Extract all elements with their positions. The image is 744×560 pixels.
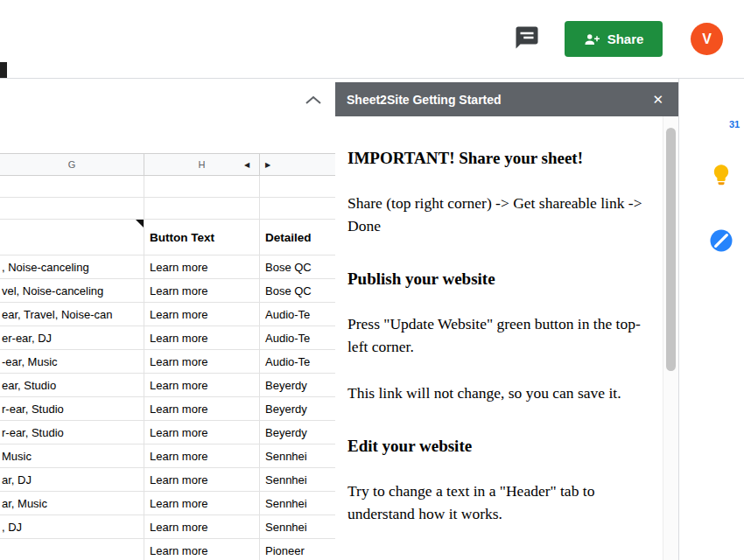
table-row: r-ear, Studio Learn more Beyerdy	[0, 397, 335, 421]
sidebar-panel: Sheet2Site Getting Started ✕ IMPORTANT! …	[335, 82, 678, 560]
panel-close-button[interactable]: ✕	[649, 90, 667, 109]
table-row: Learn more Pioneer	[0, 539, 335, 560]
cell-name-tags[interactable]: vel, Noise-canceling	[0, 279, 144, 302]
table-row: vel, Noise-canceling Learn more Bose QC	[0, 279, 335, 303]
table-row: , Noise-canceling Learn more Bose QC	[0, 256, 335, 279]
panel-heading: Edit your website	[347, 436, 651, 456]
table-row: -ear, Music Learn more Audio-Te	[0, 350, 335, 374]
cell-name-tags[interactable]: ear, Travel, Noise-can	[0, 303, 144, 326]
cell-button-text[interactable]: Learn more	[144, 444, 260, 467]
panel-paragraph: This link will not change, so you can sa…	[347, 382, 651, 404]
cell-name-tags[interactable]: r-ear, Studio	[0, 397, 144, 420]
comment-history-button[interactable]	[514, 24, 540, 51]
cell-button-text[interactable]: Learn more	[144, 374, 260, 396]
cell-button-text[interactable]: Learn more	[144, 326, 260, 349]
empty-cell[interactable]	[0, 176, 144, 197]
table-row: er-ear, DJ Learn more Audio-Te	[0, 326, 335, 350]
calendar-icon[interactable]: 31	[708, 98, 734, 124]
cell-button-text[interactable]: Learn more	[144, 468, 260, 491]
workspace-side-rail: 31	[678, 79, 744, 560]
cell-detailed[interactable]: Audio-Te	[260, 350, 335, 373]
cell-name-tags[interactable]: er-ear, DJ	[0, 326, 144, 349]
empty-cell[interactable]	[144, 198, 260, 219]
panel-titlebar: Sheet2Site Getting Started ✕	[335, 82, 678, 116]
table-row: ear, Studio Learn more Beyerdy	[0, 374, 335, 397]
cell-button-text[interactable]: Learn more	[144, 492, 260, 514]
cell-detailed[interactable]: Audio-Te	[260, 326, 335, 349]
cell-detailed[interactable]: Sennhei	[260, 468, 335, 491]
column-header-g[interactable]: G	[0, 154, 144, 175]
cell-detailed[interactable]: Sennhei	[260, 492, 335, 514]
field-header-row: Button Text Detailed	[0, 220, 335, 256]
empty-cell[interactable]	[260, 198, 335, 219]
cell-button-text[interactable]: Learn more	[144, 397, 260, 420]
cell-name-tags[interactable]: , DJ	[0, 515, 144, 538]
cell-detailed[interactable]: Beyerdy	[260, 421, 335, 444]
panel-title: Sheet2Site Getting Started	[347, 93, 502, 107]
table-row: , DJ Learn more Sennhei	[0, 515, 335, 539]
header-cell-button-text[interactable]: Button Text	[144, 220, 260, 255]
cell-name-tags[interactable]: , Noise-canceling	[0, 256, 144, 278]
hidden-columns-left-arrow-icon[interactable]: ◀	[244, 154, 249, 175]
table-row: ear, Travel, Noise-can Learn more Audio-…	[0, 303, 335, 326]
app-root: Share V G H ◀ ▶	[0, 0, 744, 560]
cell-detailed[interactable]: Audio-Te	[260, 303, 335, 326]
account-avatar[interactable]: V	[691, 23, 723, 55]
cell-detailed[interactable]: Pioneer	[260, 539, 335, 560]
spreadsheet-grid: G H ◀ ▶ Button Text Detailed , Noise-can…	[0, 79, 335, 560]
avatar-initial: V	[702, 32, 712, 47]
empty-cell[interactable]	[144, 176, 260, 197]
scrollbar-thumb[interactable]	[666, 128, 676, 371]
cell-detailed[interactable]: Sennhei	[260, 444, 335, 467]
close-icon: ✕	[652, 92, 663, 107]
panel-paragraph: Try to change a text in a "Header" tab t…	[347, 480, 651, 525]
cell-name-tags[interactable]: r-ear, Studio	[0, 421, 144, 444]
comment-icon	[514, 24, 540, 51]
cell-button-text[interactable]: Learn more	[144, 539, 260, 560]
panel-content: IMPORTANT! Share your sheet! Share (top …	[335, 116, 678, 560]
tasks-circle-icon	[708, 228, 734, 254]
app-header: Share V	[0, 0, 744, 79]
empty-row[interactable]	[0, 198, 335, 220]
cell-detailed[interactable]: Bose QC	[260, 256, 335, 278]
cell-name-tags[interactable]: Music	[0, 444, 144, 467]
table-row: Music Learn more Sennhei	[0, 444, 335, 468]
table-row: ar, Music Learn more Sennhei	[0, 492, 335, 515]
cell-detailed[interactable]: Beyerdy	[260, 397, 335, 420]
cell-detailed[interactable]: Bose QC	[260, 279, 335, 302]
cell-detailed[interactable]: Beyerdy	[260, 374, 335, 396]
tasks-icon[interactable]	[708, 228, 734, 254]
column-header-h[interactable]: H	[144, 154, 260, 175]
cell-button-text[interactable]: Learn more	[144, 350, 260, 373]
cell-detailed[interactable]: Sennhei	[260, 515, 335, 538]
collapse-controls-button[interactable]	[302, 92, 325, 109]
column-headers-row: G H ◀ ▶	[0, 153, 335, 176]
share-button[interactable]: Share	[565, 21, 663, 57]
panel-paragraph: Share (top right corner) -> Get shareabl…	[347, 192, 651, 237]
empty-row[interactable]	[0, 176, 335, 198]
share-button-label: Share	[607, 32, 644, 46]
keep-icon[interactable]	[708, 163, 734, 189]
header-cell-g[interactable]	[0, 220, 144, 255]
column-header-rest[interactable]	[260, 154, 335, 175]
cell-name-tags[interactable]: -ear, Music	[0, 350, 144, 373]
table-row: r-ear, Studio Learn more Beyerdy	[0, 421, 335, 444]
cell-button-text[interactable]: Learn more	[144, 279, 260, 302]
calendar-day-label: 31	[726, 116, 743, 133]
note-marker	[136, 220, 144, 228]
header-cell-detailed[interactable]: Detailed	[260, 220, 335, 255]
empty-cell[interactable]	[260, 176, 335, 197]
cell-name-tags[interactable]: ar, Music	[0, 492, 144, 514]
empty-cell[interactable]	[0, 198, 144, 219]
cell-button-text[interactable]: Learn more	[144, 421, 260, 444]
cell-button-text[interactable]: Learn more	[144, 303, 260, 326]
hidden-columns-right-arrow-icon[interactable]: ▶	[265, 154, 270, 175]
cell-name-tags[interactable]	[0, 539, 144, 560]
panel-scrollbar[interactable]	[663, 116, 678, 560]
cell-button-text[interactable]: Learn more	[144, 256, 260, 278]
person-add-icon	[584, 32, 600, 47]
clipped-toolbar-fragment	[0, 62, 7, 78]
cell-name-tags[interactable]: ar, DJ	[0, 468, 144, 491]
cell-button-text[interactable]: Learn more	[144, 515, 260, 538]
cell-name-tags[interactable]: ear, Studio	[0, 374, 144, 396]
